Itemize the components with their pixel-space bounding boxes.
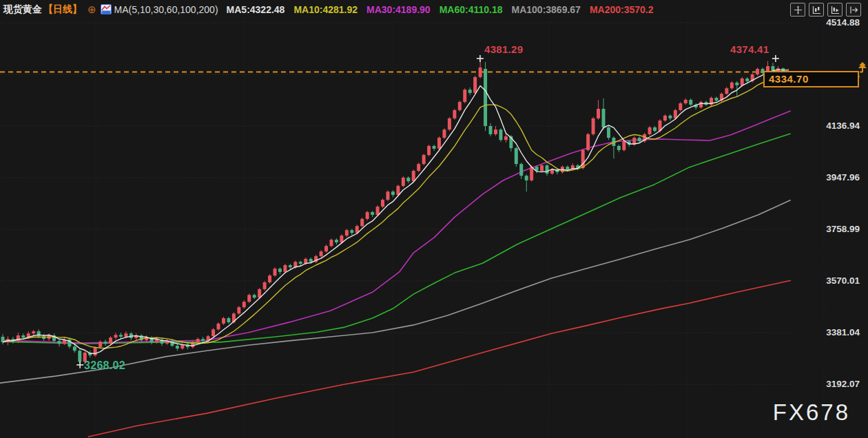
low-price-annotation: 3268.02	[84, 359, 125, 372]
candlestick-chart[interactable]	[0, 0, 868, 438]
axis-price-label: 4514.88	[826, 17, 860, 28]
globe-plus-icon[interactable]: ⊕	[87, 3, 96, 16]
move-tool-button[interactable]	[790, 3, 805, 17]
ma200-value: MA200:3570.2	[590, 4, 654, 15]
play-chart-button[interactable]	[827, 3, 843, 17]
scale-chart-button[interactable]	[809, 3, 824, 17]
current-price-label: 4334.70	[763, 71, 859, 87]
chart-header: 现货黄金 【日线】 ⊕ MA(5,10,30,60,100,200) MA5:4…	[0, 0, 868, 19]
axis-price-label: 3947.96	[826, 172, 860, 182]
ma-settings-label[interactable]: MA(5,10,30,60,100,200)	[114, 4, 218, 15]
mini-chart-icon[interactable]	[101, 4, 112, 14]
recent-high-annotation: 4374.41	[730, 43, 769, 55]
ma10-value: MA10:4281.92	[293, 4, 358, 15]
axis-price-label: 3192.07	[826, 379, 860, 389]
symbol-name: 现货黄金	[3, 3, 42, 16]
export-chart-button[interactable]	[846, 3, 861, 17]
ma100-value: MA100:3869.67	[512, 4, 581, 15]
axis-price-label: 3381.04	[826, 327, 860, 337]
ma30-value: MA30:4189.90	[366, 4, 431, 15]
watermark: FX678	[773, 399, 850, 426]
peak-price-annotation: 4381.29	[484, 43, 523, 55]
price-up-arrow-icon	[858, 62, 867, 75]
chart-toolbar	[790, 3, 861, 17]
axis-price-label: 3570.01	[826, 275, 860, 286]
timeframe-label[interactable]: 【日线】	[43, 3, 82, 16]
axis-price-label: 3758.99	[826, 224, 860, 234]
axis-price-label: 4136.94	[826, 121, 860, 131]
chart-window: 现货黄金 【日线】 ⊕ MA(5,10,30,60,100,200) MA5:4…	[0, 0, 868, 438]
ma5-value: MA5:4322.48	[227, 4, 285, 15]
ma60-value: MA60:4110.18	[440, 4, 503, 15]
